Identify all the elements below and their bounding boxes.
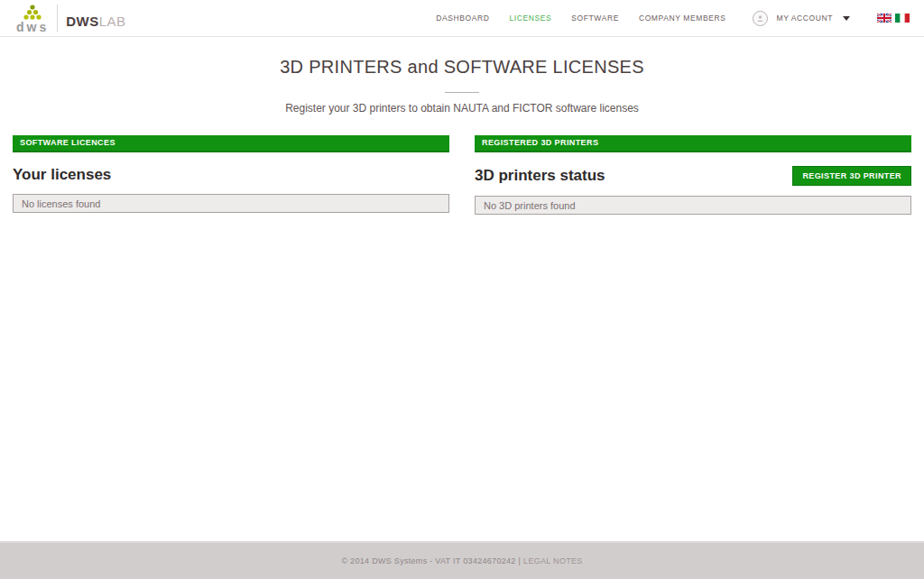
dws-logo[interactable]: dws DWSLAB xyxy=(16,3,126,33)
nav-item-software[interactable]: SOFTWARE xyxy=(571,14,619,23)
brand-main: DWS xyxy=(66,14,99,29)
registered-printers-bar: REGISTERED 3D PRINTERS xyxy=(475,135,911,152)
page-title: 3D PRINTERS and SOFTWARE LICENSES xyxy=(0,57,924,78)
account-menu[interactable]: MY ACCOUNT xyxy=(753,11,850,26)
logo-dots-icon xyxy=(22,5,43,20)
italy-flag-icon[interactable] xyxy=(895,14,910,23)
main-nav: DASHBOARD LICENSES SOFTWARE COMPANY MEMB… xyxy=(436,11,910,26)
top-header: dws DWSLAB DASHBOARD LICENSES SOFTWARE C… xyxy=(0,0,924,37)
software-licences-bar: SOFTWARE LICENCES xyxy=(13,135,449,152)
your-licenses-heading: Your licenses xyxy=(13,166,111,184)
logo-wordmark: dws xyxy=(16,21,49,33)
no-printers-message: No 3D printers found xyxy=(475,196,911,215)
registered-printers-panel: REGISTERED 3D PRINTERS 3D printers statu… xyxy=(475,135,911,215)
language-switcher xyxy=(877,14,910,23)
avatar-icon[interactable] xyxy=(753,11,768,26)
content-columns: SOFTWARE LICENCES Your licenses No licen… xyxy=(13,135,911,215)
legal-notes-link[interactable]: LEGAL NOTES xyxy=(523,556,583,565)
page-footer: © 2014 DWS Systems - VAT IT 03424670242 … xyxy=(0,541,924,579)
page-intro: 3D PRINTERS and SOFTWARE LICENSES Regist… xyxy=(0,57,924,115)
title-divider xyxy=(445,92,479,93)
my-account-link[interactable]: MY ACCOUNT xyxy=(776,14,833,23)
nav-item-licenses[interactable]: LICENSES xyxy=(509,14,551,23)
page-subtitle: Register your 3D printers to obtain NAUT… xyxy=(0,102,924,115)
uk-flag-icon[interactable] xyxy=(877,14,892,23)
nav-item-dashboard[interactable]: DASHBOARD xyxy=(436,14,489,23)
brand-suffix: LAB xyxy=(99,14,126,29)
logo-divider xyxy=(57,5,58,32)
register-3d-printer-button[interactable]: REGISTER 3D PRINTER xyxy=(792,166,911,186)
printers-status-heading: 3D printers status xyxy=(475,167,605,185)
dws-logo-mark: dws xyxy=(16,5,49,33)
no-licenses-message: No licenses found xyxy=(13,194,449,213)
software-licenses-panel: SOFTWARE LICENCES Your licenses No licen… xyxy=(13,135,449,215)
copyright-text: © 2014 DWS Systems - VAT IT 03424670242 … xyxy=(341,556,521,565)
chevron-down-icon[interactable] xyxy=(843,16,850,21)
nav-item-company-members[interactable]: COMPANY MEMBERS xyxy=(639,14,726,23)
brand-text: DWSLAB xyxy=(66,14,125,29)
